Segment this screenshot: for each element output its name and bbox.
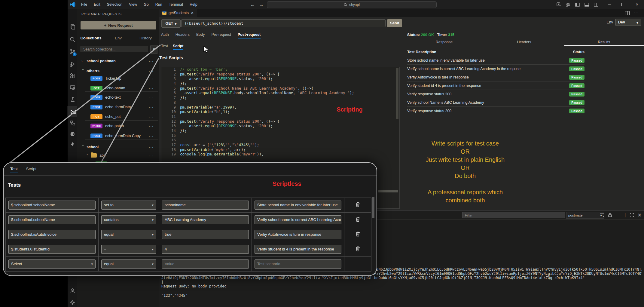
value-input[interactable]: ABC Learning Academy [162, 215, 249, 224]
overlay-tab-script[interactable]: Script [26, 167, 37, 173]
collections-menu-button[interactable]: ≡ [150, 45, 158, 54]
operator-select[interactable]: equal▾ [101, 230, 156, 239]
restore-button[interactable] [616, 0, 630, 9]
item-actions-icon[interactable]: ··· [149, 124, 154, 128]
delete-test-icon[interactable] [356, 246, 360, 253]
response-tab-headers[interactable]: Headers [484, 39, 564, 46]
path-select[interactable]: Select▾ [8, 259, 96, 269]
item-actions-icon[interactable]: ··· [149, 76, 154, 81]
jsonpath-input[interactable]: $.students.0.studentId [8, 245, 96, 254]
script-tab-script[interactable]: Script [173, 44, 183, 50]
value-input[interactable]: 4 [162, 245, 249, 254]
delete-test-icon[interactable] [356, 202, 360, 208]
lock-scroll-icon[interactable] [608, 213, 612, 217]
item-actions-icon[interactable]: ··· [149, 69, 154, 73]
request-echo-param[interactable]: GETecho-param··· [90, 85, 156, 91]
jsonpath-input[interactable]: $.schoolInof.schoolName [8, 201, 96, 210]
request-echo-patch[interactable]: PATCHecho-patch··· [90, 123, 156, 129]
activitybar-lightning-icon[interactable] [68, 139, 77, 149]
code-vertical-scrollbar[interactable] [396, 68, 398, 119]
sidebar-tab-history[interactable]: History [132, 33, 159, 43]
tab-getstudents[interactable]: getStudents ✕ [159, 9, 197, 17]
request-echo-put[interactable]: PUTecho_put··· [90, 113, 156, 120]
response-tab-results[interactable]: Results [564, 39, 644, 46]
value-input[interactable]: Value [162, 259, 249, 269]
menu-help[interactable]: Help [187, 0, 200, 9]
menu-view[interactable]: View [126, 0, 140, 9]
overlay-tab-test[interactable]: Test [10, 167, 18, 173]
toggle-panel-icon[interactable] [584, 2, 589, 7]
item-actions-icon[interactable]: ··· [149, 86, 154, 91]
value-input[interactable]: true [162, 230, 249, 239]
toggle-secondary-sidebar-icon[interactable] [594, 2, 598, 7]
search-collections-input[interactable]: Search collections... [81, 46, 148, 52]
menu-selection[interactable]: Selection [104, 0, 125, 9]
item-actions-icon[interactable]: ··· [149, 153, 154, 158]
request-tab-auth[interactable]: Auth [161, 32, 169, 38]
activitybar-postmate-mail-icon[interactable] [68, 106, 78, 117]
activitybar-remote-monitor-icon[interactable] [68, 82, 77, 93]
activitybar-circle-c-icon[interactable] [68, 129, 77, 140]
delete-test-icon[interactable] [356, 217, 360, 223]
maximize-panel-icon[interactable] [630, 213, 634, 217]
tree-abc[interactable]: ›abc··· [86, 152, 156, 159]
sidebar-tab-collections[interactable]: Collections [77, 33, 105, 43]
request-echo-text[interactable]: POSTecho-text··· [90, 94, 156, 101]
scenario-input[interactable]: Store school name in env variable for la… [255, 201, 341, 210]
activitybar-search-icon[interactable] [68, 34, 77, 45]
item-actions-icon[interactable]: ··· [149, 134, 154, 138]
item-actions-icon[interactable]: ··· [149, 115, 154, 119]
request-echo-formdata-copy[interactable]: POSTecho_formData Copy··· [90, 133, 156, 139]
request-tab-post-request[interactable]: Post-request [238, 32, 261, 38]
menu-go[interactable]: Go [141, 0, 151, 9]
tab-close-icon[interactable]: ✕ [191, 11, 194, 15]
script-tab-test[interactable]: Test [161, 44, 168, 50]
clear-output-icon[interactable] [600, 213, 604, 217]
minimize-button[interactable]: ─ [603, 0, 616, 9]
item-actions-icon[interactable]: ··· [149, 59, 154, 63]
menu-file[interactable]: File [78, 0, 90, 9]
request-tab-body[interactable]: Body [196, 32, 205, 38]
activitybar-org-chart-icon[interactable] [68, 118, 77, 128]
activitybar-run-debug-icon[interactable] [68, 59, 77, 69]
command-search-box[interactable]: shyapi [267, 1, 437, 8]
split-editor-icon[interactable] [625, 11, 630, 15]
env-select[interactable]: Dev ▾ [615, 19, 641, 26]
close-window-button[interactable]: ✕ [630, 0, 644, 9]
activitybar-settings-gear-icon[interactable] [68, 297, 77, 307]
activitybar-test-beaker-icon[interactable] [68, 94, 77, 105]
value-input[interactable]: schoolname [162, 201, 249, 210]
request-tab-pre-request[interactable]: Pre-request [211, 32, 231, 38]
overlay-scrollbar[interactable] [372, 197, 374, 218]
close-panel-icon[interactable]: ✕ [638, 212, 642, 218]
request-tickertap[interactable]: POSTTickerTap··· [90, 75, 156, 82]
activitybar-source-control-icon[interactable]: 2 [68, 46, 77, 57]
item-actions-icon[interactable]: ··· [149, 95, 154, 100]
jsonpath-input[interactable]: $.schoolInof.isAutoInvoice [8, 230, 96, 239]
item-actions-icon[interactable]: ··· [149, 145, 154, 149]
menu-terminal[interactable]: Terminal [166, 0, 186, 9]
method-select[interactable]: GET ▾ [161, 19, 181, 28]
toggle-sidebar-icon[interactable] [575, 2, 580, 7]
forward-arrow[interactable]: → [259, 2, 264, 7]
tree-school[interactable]: ›school··· [81, 144, 156, 150]
activitybar-explorer-icon[interactable] [68, 21, 77, 32]
delete-test-icon[interactable] [356, 232, 360, 238]
operator-select[interactable]: contains▾ [101, 215, 156, 224]
sidebar-tab-env[interactable]: Env [105, 33, 132, 43]
send-button[interactable]: Send [387, 19, 402, 27]
url-input[interactable]: {{baseurl_school}}/student [181, 19, 386, 27]
item-actions-icon[interactable]: ··· [149, 105, 154, 109]
scenario-input[interactable]: Verify school name is correct ABC Learni… [255, 215, 341, 224]
code-horizontal-scrollbar[interactable] [378, 190, 398, 192]
request-tab-headers[interactable]: Headers [175, 32, 190, 38]
scenario-input[interactable]: Test scenario. [255, 259, 341, 269]
menu-run[interactable]: Run [153, 0, 165, 9]
operator-select[interactable]: set to▾ [101, 201, 156, 210]
menu-edit[interactable]: Edit [91, 0, 103, 9]
operator-select[interactable]: =▾ [101, 245, 156, 254]
scenario-input[interactable]: Verify student id 4 is present in the re… [255, 245, 341, 254]
jsonpath-input[interactable]: $.schoolInof.schoolName [8, 215, 96, 224]
output-filter-input[interactable]: Filter [462, 212, 565, 218]
tree-otherrs[interactable]: ›otherrs··· [81, 68, 156, 74]
